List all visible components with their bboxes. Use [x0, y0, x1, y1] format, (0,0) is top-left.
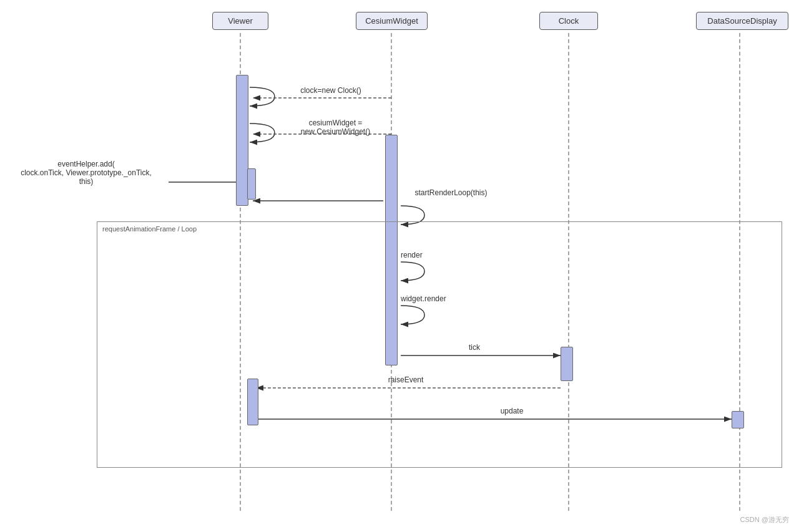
msg-update: update	[487, 407, 537, 415]
actor-datasourcedisplay: DataSourceDisplay	[696, 12, 788, 30]
msg-render: render	[401, 251, 451, 259]
actor-viewer: Viewer	[212, 12, 268, 30]
actor-clock: Clock	[539, 12, 598, 30]
activation-viewer-1	[236, 75, 248, 206]
watermark: CSDN @游无穷	[740, 515, 789, 525]
msg-eventhelper-add: eventHelper.add(clock.onTick, Viewer.pro…	[9, 160, 164, 186]
activation-viewer-2	[247, 168, 256, 200]
actor-viewer-label: Viewer	[228, 16, 253, 26]
actor-cesiumwidget: CesiumWidget	[356, 12, 428, 30]
actor-clock-label: Clock	[559, 16, 579, 26]
actor-cesiumwidget-label: CesiumWidget	[365, 16, 418, 26]
msg-tick: tick	[449, 343, 499, 352]
loop-label: requestAnimationFrame / Loop	[100, 225, 199, 233]
actor-datasourcedisplay-label: DataSourceDisplay	[707, 16, 777, 26]
msg-clock-new: clock=new Clock()	[281, 86, 381, 95]
msg-widget-render: widget.render	[401, 294, 469, 303]
msg-cesiumwidget-new: cesiumWidget =new CesiumWidget()	[284, 118, 387, 136]
msg-raiseevent: raiseEvent	[375, 375, 437, 384]
msg-startrender: startRenderLoop(this)	[400, 188, 502, 197]
